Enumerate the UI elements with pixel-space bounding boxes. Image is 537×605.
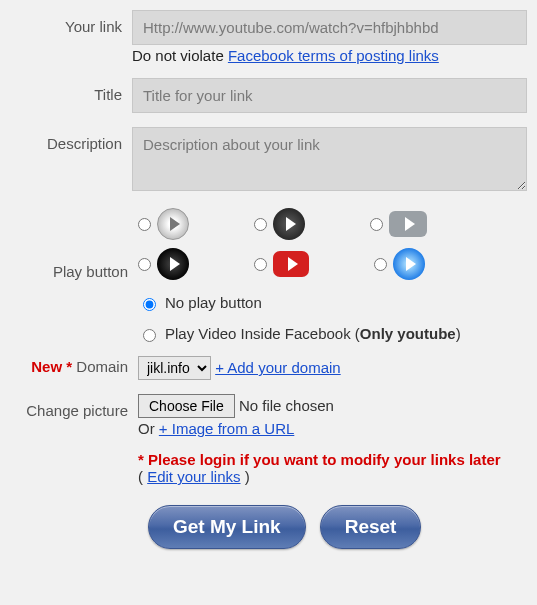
change-picture-label: Change picture [10, 394, 138, 419]
description-label: Description [10, 127, 132, 152]
play-radio-inside[interactable] [143, 329, 156, 342]
play-icon-flat [389, 211, 427, 237]
link-form: Your link Do not violate Facebook terms … [0, 0, 537, 579]
terms-link[interactable]: Facebook terms of posting links [228, 47, 439, 64]
edit-links-line: ( Edit your links ) [138, 468, 527, 485]
get-my-link-button[interactable]: Get My Link [148, 505, 306, 549]
domain-label: Domain [76, 358, 128, 375]
no-play-label: No play button [165, 294, 262, 311]
play-radio-none[interactable] [143, 298, 156, 311]
login-warning: * Please login if you want to modify you… [138, 451, 527, 468]
play-radio-5[interactable] [254, 258, 267, 271]
play-icon-youtube [273, 251, 309, 277]
play-inside-label: Play Video Inside Facebook (Only youtube… [165, 325, 461, 342]
play-button-options: No play button Play Video Inside Faceboo… [138, 208, 527, 342]
play-radio-1[interactable] [138, 218, 151, 231]
play-radio-2[interactable] [254, 218, 267, 231]
domain-label-cell: New * Domain [10, 356, 138, 375]
reset-button[interactable]: Reset [320, 505, 422, 549]
title-label: Title [10, 78, 132, 103]
play-icon-black [157, 248, 189, 280]
domain-select[interactable]: jikl.info [138, 356, 211, 380]
play-button-label: Play button [10, 208, 138, 280]
link-hint: Do not violate Facebook terms of posting… [132, 47, 527, 64]
play-radio-6[interactable] [374, 258, 387, 271]
your-link-label: Your link [10, 10, 132, 35]
edit-links-link[interactable]: Edit your links [147, 468, 240, 485]
play-icon-blue [393, 248, 425, 280]
play-icon-silver [157, 208, 189, 240]
play-radio-3[interactable] [370, 218, 383, 231]
play-radio-4[interactable] [138, 258, 151, 271]
choose-file-button[interactable]: Choose File [138, 394, 235, 418]
new-badge: New * [31, 358, 72, 375]
add-domain-link[interactable]: + Add your domain [215, 359, 341, 376]
image-from-url-link[interactable]: + Image from a URL [159, 420, 294, 437]
description-input[interactable] [132, 127, 527, 191]
play-icon-dark [273, 208, 305, 240]
or-text: Or [138, 420, 159, 437]
file-status: No file chosen [239, 397, 334, 414]
your-link-input[interactable] [132, 10, 527, 45]
title-input[interactable] [132, 78, 527, 113]
